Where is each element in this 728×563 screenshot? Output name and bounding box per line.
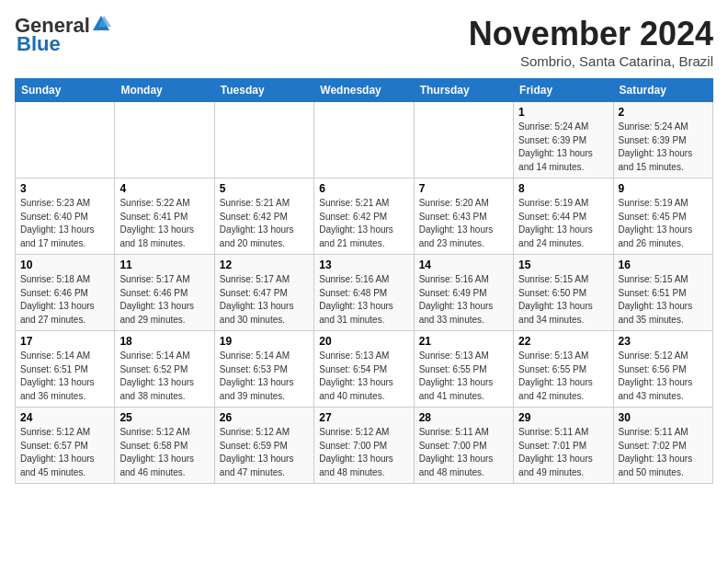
calendar-cell: 18Sunrise: 5:14 AM Sunset: 6:52 PM Dayli… <box>115 331 214 408</box>
calendar-cell: 11Sunrise: 5:17 AM Sunset: 6:46 PM Dayli… <box>115 255 214 331</box>
day-info: Sunrise: 5:14 AM Sunset: 6:51 PM Dayligh… <box>20 350 95 401</box>
day-info: Sunrise: 5:17 AM Sunset: 6:46 PM Dayligh… <box>119 274 194 325</box>
calendar-cell: 28Sunrise: 5:11 AM Sunset: 7:00 PM Dayli… <box>414 408 513 484</box>
day-info: Sunrise: 5:16 AM Sunset: 6:49 PM Dayligh… <box>419 274 494 325</box>
calendar-cell: 9Sunrise: 5:19 AM Sunset: 6:45 PM Daylig… <box>613 178 712 255</box>
day-number: 20 <box>319 335 408 348</box>
day-info: Sunrise: 5:15 AM Sunset: 6:50 PM Dayligh… <box>518 274 593 325</box>
day-number: 23 <box>619 335 708 348</box>
calendar-cell <box>414 102 513 178</box>
calendar-cell: 5Sunrise: 5:21 AM Sunset: 6:42 PM Daylig… <box>214 178 313 255</box>
day-info: Sunrise: 5:13 AM Sunset: 6:55 PM Dayligh… <box>419 350 494 401</box>
weekday-header-sunday: Sunday <box>16 79 115 102</box>
day-info: Sunrise: 5:15 AM Sunset: 6:51 PM Dayligh… <box>619 274 693 325</box>
day-number: 15 <box>518 259 608 271</box>
calendar-cell: 26Sunrise: 5:12 AM Sunset: 6:59 PM Dayli… <box>214 408 313 484</box>
calendar-cell: 19Sunrise: 5:14 AM Sunset: 6:53 PM Dayli… <box>214 331 313 408</box>
calendar-cell: 14Sunrise: 5:16 AM Sunset: 6:49 PM Dayli… <box>414 255 513 331</box>
day-number: 22 <box>518 335 608 348</box>
calendar-cell: 6Sunrise: 5:21 AM Sunset: 6:42 PM Daylig… <box>314 178 414 255</box>
day-info: Sunrise: 5:12 AM Sunset: 6:58 PM Dayligh… <box>119 427 194 477</box>
day-number: 6 <box>319 182 408 195</box>
location: Sombrio, Santa Catarina, Brazil <box>469 53 713 69</box>
calendar-header: SundayMondayTuesdayWednesdayThursdayFrid… <box>16 79 713 102</box>
weekday-header-monday: Monday <box>115 79 214 102</box>
day-info: Sunrise: 5:11 AM Sunset: 7:00 PM Dayligh… <box>419 427 494 477</box>
calendar-week-row: 10Sunrise: 5:18 AM Sunset: 6:46 PM Dayli… <box>16 255 713 331</box>
weekday-header-row: SundayMondayTuesdayWednesdayThursdayFrid… <box>16 79 713 102</box>
calendar-week-row: 24Sunrise: 5:12 AM Sunset: 6:57 PM Dayli… <box>16 408 713 484</box>
calendar-week-row: 1Sunrise: 5:24 AM Sunset: 6:39 PM Daylig… <box>16 102 713 178</box>
weekday-header-tuesday: Tuesday <box>214 79 313 102</box>
day-info: Sunrise: 5:24 AM Sunset: 6:39 PM Dayligh… <box>518 121 593 172</box>
day-number: 14 <box>419 259 508 271</box>
day-info: Sunrise: 5:14 AM Sunset: 6:53 PM Dayligh… <box>220 350 294 401</box>
day-info: Sunrise: 5:11 AM Sunset: 7:01 PM Dayligh… <box>518 427 593 477</box>
day-number: 10 <box>20 259 109 271</box>
day-info: Sunrise: 5:23 AM Sunset: 6:40 PM Dayligh… <box>20 198 95 248</box>
day-info: Sunrise: 5:19 AM Sunset: 6:44 PM Dayligh… <box>518 198 593 248</box>
calendar-week-row: 3Sunrise: 5:23 AM Sunset: 6:40 PM Daylig… <box>16 178 713 255</box>
calendar-table: SundayMondayTuesdayWednesdayThursdayFrid… <box>15 78 713 484</box>
day-number: 1 <box>518 106 608 119</box>
day-info: Sunrise: 5:21 AM Sunset: 6:42 PM Dayligh… <box>220 198 294 248</box>
calendar-cell: 22Sunrise: 5:13 AM Sunset: 6:55 PM Dayli… <box>514 331 613 408</box>
day-number: 7 <box>419 182 508 195</box>
day-number: 4 <box>119 182 209 195</box>
day-number: 2 <box>619 106 708 119</box>
calendar-cell: 24Sunrise: 5:12 AM Sunset: 6:57 PM Dayli… <box>16 408 115 484</box>
day-number: 27 <box>319 411 408 424</box>
calendar-week-row: 17Sunrise: 5:14 AM Sunset: 6:51 PM Dayli… <box>16 331 713 408</box>
calendar-cell: 17Sunrise: 5:14 AM Sunset: 6:51 PM Dayli… <box>16 331 115 408</box>
calendar-cell: 20Sunrise: 5:13 AM Sunset: 6:54 PM Dayli… <box>314 331 414 408</box>
day-number: 30 <box>619 411 708 424</box>
calendar-cell: 29Sunrise: 5:11 AM Sunset: 7:01 PM Dayli… <box>514 408 613 484</box>
calendar-cell: 15Sunrise: 5:15 AM Sunset: 6:50 PM Dayli… <box>514 255 613 331</box>
calendar-cell: 16Sunrise: 5:15 AM Sunset: 6:51 PM Dayli… <box>613 255 712 331</box>
calendar-cell: 10Sunrise: 5:18 AM Sunset: 6:46 PM Dayli… <box>16 255 115 331</box>
logo: General Blue <box>15 15 111 55</box>
calendar-cell: 30Sunrise: 5:11 AM Sunset: 7:02 PM Dayli… <box>613 408 712 484</box>
day-info: Sunrise: 5:14 AM Sunset: 6:52 PM Dayligh… <box>119 350 194 401</box>
calendar-cell: 13Sunrise: 5:16 AM Sunset: 6:48 PM Dayli… <box>314 255 414 331</box>
calendar-cell: 1Sunrise: 5:24 AM Sunset: 6:39 PM Daylig… <box>514 102 613 178</box>
day-number: 26 <box>220 411 309 424</box>
weekday-header-wednesday: Wednesday <box>314 79 414 102</box>
calendar-cell <box>115 102 214 178</box>
day-number: 18 <box>119 335 209 348</box>
calendar-cell: 4Sunrise: 5:22 AM Sunset: 6:41 PM Daylig… <box>115 178 214 255</box>
day-info: Sunrise: 5:12 AM Sunset: 6:57 PM Dayligh… <box>20 427 95 477</box>
calendar-cell: 21Sunrise: 5:13 AM Sunset: 6:55 PM Dayli… <box>414 331 513 408</box>
day-number: 17 <box>20 335 109 348</box>
calendar-cell: 2Sunrise: 5:24 AM Sunset: 6:39 PM Daylig… <box>613 102 712 178</box>
day-info: Sunrise: 5:17 AM Sunset: 6:47 PM Dayligh… <box>220 274 294 325</box>
calendar-cell: 7Sunrise: 5:20 AM Sunset: 6:43 PM Daylig… <box>414 178 513 255</box>
day-info: Sunrise: 5:21 AM Sunset: 6:42 PM Dayligh… <box>319 198 393 248</box>
calendar-cell <box>16 102 115 178</box>
day-info: Sunrise: 5:20 AM Sunset: 6:43 PM Dayligh… <box>419 198 494 248</box>
day-number: 9 <box>619 182 708 195</box>
month-title: November 2024 <box>469 15 713 53</box>
day-number: 28 <box>419 411 508 424</box>
day-info: Sunrise: 5:12 AM Sunset: 6:56 PM Dayligh… <box>619 350 693 401</box>
weekday-header-saturday: Saturday <box>613 79 712 102</box>
calendar-cell: 3Sunrise: 5:23 AM Sunset: 6:40 PM Daylig… <box>16 178 115 255</box>
weekday-header-thursday: Thursday <box>414 79 513 102</box>
logo-icon <box>91 14 111 34</box>
day-info: Sunrise: 5:19 AM Sunset: 6:45 PM Dayligh… <box>619 198 693 248</box>
day-number: 12 <box>220 259 309 271</box>
logo-blue: Blue <box>17 33 61 55</box>
day-number: 21 <box>419 335 508 348</box>
day-number: 19 <box>220 335 309 348</box>
day-info: Sunrise: 5:24 AM Sunset: 6:39 PM Dayligh… <box>619 121 693 172</box>
day-info: Sunrise: 5:22 AM Sunset: 6:41 PM Dayligh… <box>119 198 194 248</box>
calendar-cell: 8Sunrise: 5:19 AM Sunset: 6:44 PM Daylig… <box>514 178 613 255</box>
day-info: Sunrise: 5:12 AM Sunset: 7:00 PM Dayligh… <box>319 427 393 477</box>
day-number: 25 <box>119 411 209 424</box>
calendar-cell <box>214 102 313 178</box>
day-info: Sunrise: 5:11 AM Sunset: 7:02 PM Dayligh… <box>619 427 693 477</box>
calendar-cell: 12Sunrise: 5:17 AM Sunset: 6:47 PM Dayli… <box>214 255 313 331</box>
day-number: 3 <box>20 182 109 195</box>
page-header: General Blue November 2024 Sombrio, Sant… <box>15 15 713 69</box>
calendar-body: 1Sunrise: 5:24 AM Sunset: 6:39 PM Daylig… <box>16 102 713 484</box>
